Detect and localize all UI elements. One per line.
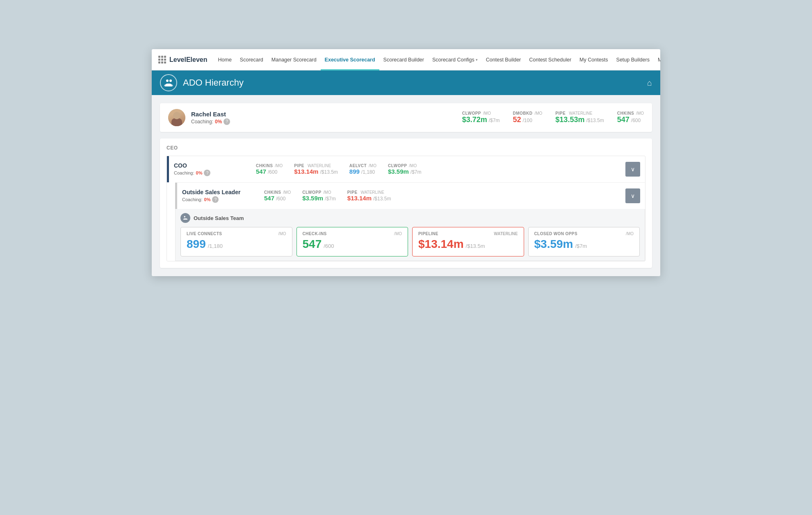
metric-pipe: PIPE WATERLINE $13.53m /$13.5m <box>555 111 604 124</box>
nav-my-contests[interactable]: My Contests <box>575 49 612 70</box>
outside-sales-leader-row: Outside Sales Leader Coaching: 0% ? <box>175 182 645 261</box>
content-area: Rachel East Coaching: 0% ? CLWOPP /MO $3… <box>152 95 660 276</box>
grid-icon <box>158 56 166 64</box>
svg-point-2 <box>184 216 186 218</box>
help-icon[interactable]: ? <box>212 196 219 203</box>
osl-metric-clwopp: CLWOPP /MO $3.59m /$7m <box>302 190 336 202</box>
coo-title: COO <box>174 162 256 169</box>
coo-metrics: CHKINS /MO 547 /600 PIPE <box>256 163 625 175</box>
osl-title-area: Outside Sales Leader Coaching: 0% ? <box>182 189 264 203</box>
nav-more[interactable]: More ▾ <box>654 49 660 70</box>
brand-name: LevelEleven <box>169 56 208 64</box>
osl-title: Outside Sales Leader <box>182 189 264 195</box>
metric-card-live-connects: LIVE CONNECTS /MO 899 /1,180 <box>180 227 292 256</box>
nav-contest-scheduler[interactable]: Contest Scheduler <box>525 49 575 70</box>
coo-metric-aelvct: AELVCT /MO 899 /1,180 <box>349 163 376 175</box>
svg-point-1 <box>169 79 172 82</box>
nav-setup-builders[interactable]: Setup Builders <box>612 49 654 70</box>
team-label-row: Outside Sales Team <box>180 213 640 223</box>
app-window: LevelEleven Home Scorecard Manager Score… <box>152 49 660 276</box>
hierarchy-card: CEO COO Coaching: 0% ? <box>160 138 652 268</box>
osl-expand-button[interactable]: ∨ <box>625 188 640 203</box>
svg-point-0 <box>166 79 169 82</box>
section-label: CEO <box>167 145 645 151</box>
page-header-left: ADO Hierarchy <box>160 74 244 91</box>
avatar <box>168 109 185 126</box>
coaching-pct: 0% <box>215 119 222 125</box>
osl-metric-chkins: CHKINS /MO 547 /600 <box>264 190 291 202</box>
chevron-down-icon: ▾ <box>476 58 478 62</box>
top-user-metrics: CLWOPP /MO $3.72m /$7m DMOBKD /MO 5 <box>462 111 644 124</box>
people-icon <box>164 78 173 88</box>
metric-clwopp: CLWOPP /MO $3.72m /$7m <box>462 111 500 124</box>
nav-logo: LevelEleven <box>158 56 208 64</box>
nav-bar: LevelEleven Home Scorecard Manager Score… <box>152 49 660 70</box>
top-user-card: Rachel East Coaching: 0% ? CLWOPP /MO $3… <box>160 103 652 132</box>
coo-title-area: COO Coaching: 0% ? <box>174 162 256 176</box>
team-icon <box>180 213 190 223</box>
metric-dmobkd: DMOBKD /MO 52 /100 <box>513 111 542 124</box>
coo-coaching-pct: 0% <box>196 170 203 175</box>
metric-cards-row: LIVE CONNECTS /MO 899 /1,180 <box>180 227 640 256</box>
user-name: Rachel East <box>191 111 230 118</box>
metric-card-checkins: CHECK-INS /MO 547 /600 <box>297 227 408 256</box>
metric-chkins: CHKINS /MO 547 /600 <box>617 111 644 124</box>
osl-coaching: Coaching: 0% ? <box>182 196 264 203</box>
nav-items: Home Scorecard Manager Scorecard Executi… <box>214 49 661 70</box>
osl-metrics: CHKINS /MO 547 /600 <box>264 190 625 202</box>
hierarchy-icon <box>160 74 177 91</box>
nav-scorecard-builder[interactable]: Scorecard Builder <box>379 49 428 70</box>
help-icon[interactable]: ? <box>204 170 210 176</box>
nav-manager-scorecard[interactable]: Manager Scorecard <box>267 49 321 70</box>
nav-home[interactable]: Home <box>214 49 236 70</box>
coo-expand-button[interactable]: ∨ <box>625 162 640 177</box>
nav-contest-builder[interactable]: Contest Builder <box>482 49 525 70</box>
coo-metric-clwopp: CLWOPP /MO $3.59m /$7m <box>388 163 422 175</box>
team-name: Outside Sales Team <box>194 215 244 221</box>
nav-scorecard[interactable]: Scorecard <box>236 49 267 70</box>
coo-row: COO Coaching: 0% ? CHKINS /MO <box>167 156 645 261</box>
metric-card-pipeline: PIPELINE WATERLINE $13.14m /$13.5m <box>412 227 524 256</box>
nav-executive-scorecard[interactable]: Executive Scorecard <box>321 49 379 70</box>
team-section: Outside Sales Team LIVE CONNECTS /MO 89 <box>175 209 645 261</box>
page-header: ADO Hierarchy ⌂ <box>152 70 660 95</box>
coo-metric-chkins: CHKINS /MO 547 /600 <box>256 163 283 175</box>
home-icon[interactable]: ⌂ <box>647 78 652 88</box>
metric-card-closed-won: CLOSED WON OPPS /MO $3.59m /$7m <box>528 227 640 256</box>
user-info: Rachel East Coaching: 0% ? <box>191 111 230 125</box>
user-coaching: Coaching: 0% ? <box>191 118 230 125</box>
page-title: ADO Hierarchy <box>183 77 244 88</box>
coo-metric-pipe: PIPE WATERLINE $13.14m /$13.5m <box>294 163 338 175</box>
coo-coaching: Coaching: 0% ? <box>174 170 256 176</box>
nav-scorecard-configs[interactable]: Scorecard Configs ▾ <box>428 49 482 70</box>
osl-coaching-pct: 0% <box>204 197 211 202</box>
help-icon[interactable]: ? <box>224 118 230 125</box>
osl-metric-pipe: PIPE WATERLINE $13.14m /$13.5m <box>347 190 391 202</box>
coo-row-inner: COO Coaching: 0% ? CHKINS /MO <box>167 156 645 182</box>
